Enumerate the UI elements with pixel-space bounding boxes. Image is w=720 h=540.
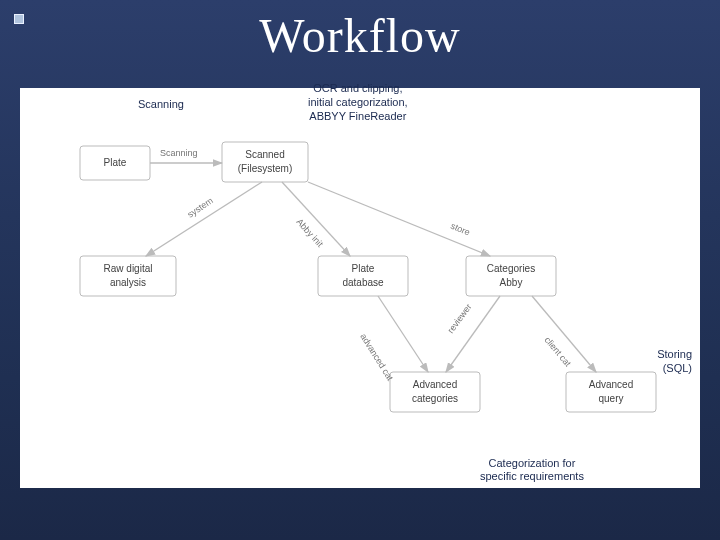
svg-text:advanced cat: advanced cat bbox=[358, 332, 395, 383]
svg-text:analysis: analysis bbox=[110, 277, 146, 288]
edge-reviewer: reviewer bbox=[446, 296, 500, 372]
diagram-panel: Scanning OCR and clipping, initial categ… bbox=[20, 88, 700, 488]
node-scanned: Scanned (Filesystem) bbox=[222, 142, 308, 182]
workflow-svg: Plate Scanned (Filesystem) Raw digital a… bbox=[20, 88, 700, 488]
svg-rect-5 bbox=[80, 256, 176, 296]
edge-abbyinit: Abby init bbox=[282, 182, 350, 256]
svg-text:Raw digital: Raw digital bbox=[104, 263, 153, 274]
svg-rect-17 bbox=[566, 372, 656, 412]
svg-text:(Filesystem): (Filesystem) bbox=[238, 163, 292, 174]
svg-text:Categories: Categories bbox=[487, 263, 535, 274]
edge-scanning: Scanning bbox=[150, 148, 222, 163]
node-plate: Plate bbox=[80, 146, 150, 180]
svg-text:reviewer: reviewer bbox=[446, 302, 474, 335]
edge-clientcat: client cat bbox=[532, 296, 596, 372]
svg-text:categories: categories bbox=[412, 393, 458, 404]
edge-advcat: advanced cat bbox=[358, 296, 428, 383]
cap-storing: Storing (SQL) bbox=[657, 348, 692, 376]
svg-text:Advanced: Advanced bbox=[413, 379, 457, 390]
svg-text:Scanned: Scanned bbox=[245, 149, 284, 160]
svg-rect-2 bbox=[222, 142, 308, 182]
svg-text:Abby init: Abby init bbox=[295, 217, 326, 250]
node-raw: Raw digital analysis bbox=[80, 256, 176, 296]
node-abby: Categories Abby bbox=[466, 256, 556, 296]
svg-text:Abby: Abby bbox=[500, 277, 523, 288]
node-advcat: Advanced categories bbox=[390, 372, 480, 412]
svg-text:store: store bbox=[449, 221, 471, 238]
slide-title: Workflow bbox=[0, 8, 720, 63]
edge-system: system bbox=[146, 182, 262, 256]
svg-text:Plate: Plate bbox=[352, 263, 375, 274]
svg-text:database: database bbox=[342, 277, 384, 288]
svg-text:system: system bbox=[186, 195, 215, 219]
svg-text:query: query bbox=[598, 393, 623, 404]
cap-categorize: Categorization for specific requirements bbox=[480, 457, 584, 485]
svg-text:Advanced: Advanced bbox=[589, 379, 633, 390]
cap-ocr: OCR and clipping, initial categorization… bbox=[308, 82, 408, 123]
slide-root: Workflow Scanning OCR and clipping, init… bbox=[0, 0, 720, 540]
edge-store: store bbox=[308, 182, 490, 256]
svg-rect-8 bbox=[318, 256, 408, 296]
svg-text:Plate: Plate bbox=[104, 157, 127, 168]
svg-text:Scanning: Scanning bbox=[160, 148, 198, 158]
node-query: Advanced query bbox=[566, 372, 656, 412]
node-db: Plate database bbox=[318, 256, 408, 296]
cap-scanning: Scanning bbox=[138, 98, 184, 112]
svg-rect-14 bbox=[390, 372, 480, 412]
svg-rect-11 bbox=[466, 256, 556, 296]
